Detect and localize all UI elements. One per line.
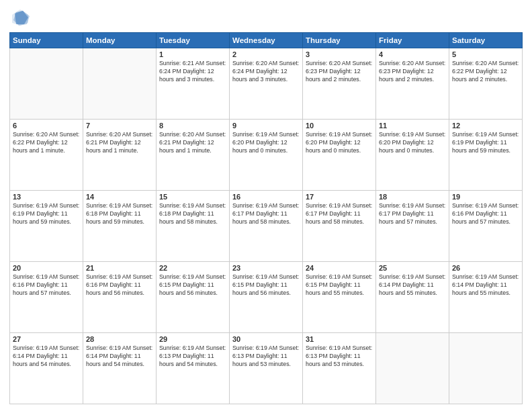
day-of-week-thursday: Thursday bbox=[303, 33, 376, 48]
calendar-cell: 14Sunrise: 6:19 AM Sunset: 6:18 PM Dayli… bbox=[83, 191, 157, 262]
calendar-cell: 7Sunrise: 6:20 AM Sunset: 6:21 PM Daylig… bbox=[83, 120, 157, 191]
day-number: 11 bbox=[379, 122, 446, 130]
day-number: 9 bbox=[232, 122, 300, 130]
calendar-cell: 16Sunrise: 6:19 AM Sunset: 6:17 PM Dayli… bbox=[230, 191, 303, 262]
calendar-cell bbox=[449, 333, 523, 404]
day-number: 30 bbox=[232, 335, 300, 343]
day-info: Sunrise: 6:19 AM Sunset: 6:14 PM Dayligh… bbox=[86, 345, 153, 369]
calendar-cell: 25Sunrise: 6:19 AM Sunset: 6:14 PM Dayli… bbox=[376, 262, 449, 333]
calendar-cell: 22Sunrise: 6:19 AM Sunset: 6:15 PM Dayli… bbox=[157, 262, 230, 333]
day-number: 22 bbox=[159, 264, 226, 272]
calendar-cell: 8Sunrise: 6:20 AM Sunset: 6:21 PM Daylig… bbox=[157, 120, 230, 191]
day-number: 2 bbox=[232, 50, 300, 58]
calendar-cell: 6Sunrise: 6:20 AM Sunset: 6:22 PM Daylig… bbox=[10, 120, 83, 191]
day-info: Sunrise: 6:20 AM Sunset: 6:23 PM Dayligh… bbox=[306, 60, 373, 84]
day-number: 1 bbox=[159, 50, 226, 58]
page: SundayMondayTuesdayWednesdayThursdayFrid… bbox=[0, 0, 532, 411]
calendar-cell: 28Sunrise: 6:19 AM Sunset: 6:14 PM Dayli… bbox=[83, 333, 157, 404]
calendar-cell: 30Sunrise: 6:19 AM Sunset: 6:13 PM Dayli… bbox=[230, 333, 303, 404]
day-info: Sunrise: 6:19 AM Sunset: 6:20 PM Dayligh… bbox=[379, 131, 446, 155]
calendar-header: SundayMondayTuesdayWednesdayThursdayFrid… bbox=[10, 33, 523, 48]
day-info: Sunrise: 6:20 AM Sunset: 6:24 PM Dayligh… bbox=[232, 60, 300, 84]
day-info: Sunrise: 6:19 AM Sunset: 6:18 PM Dayligh… bbox=[86, 202, 153, 226]
logo-icon bbox=[9, 7, 31, 28]
day-number: 15 bbox=[159, 193, 226, 201]
day-info: Sunrise: 6:19 AM Sunset: 6:20 PM Dayligh… bbox=[306, 131, 373, 155]
day-info: Sunrise: 6:19 AM Sunset: 6:18 PM Dayligh… bbox=[159, 202, 226, 226]
day-info: Sunrise: 6:20 AM Sunset: 6:21 PM Dayligh… bbox=[86, 131, 153, 155]
day-info: Sunrise: 6:19 AM Sunset: 6:13 PM Dayligh… bbox=[306, 345, 373, 369]
day-number: 13 bbox=[13, 193, 80, 201]
calendar-cell: 9Sunrise: 6:19 AM Sunset: 6:20 PM Daylig… bbox=[230, 120, 303, 191]
calendar-cell: 18Sunrise: 6:19 AM Sunset: 6:17 PM Dayli… bbox=[376, 191, 449, 262]
calendar-body: 1Sunrise: 6:21 AM Sunset: 6:24 PM Daylig… bbox=[10, 48, 523, 404]
day-number: 3 bbox=[306, 50, 373, 58]
day-number: 17 bbox=[306, 193, 373, 201]
day-of-week-tuesday: Tuesday bbox=[157, 33, 230, 48]
calendar-cell: 27Sunrise: 6:19 AM Sunset: 6:14 PM Dayli… bbox=[10, 333, 83, 404]
week-row-0: 1Sunrise: 6:21 AM Sunset: 6:24 PM Daylig… bbox=[10, 48, 523, 120]
day-info: Sunrise: 6:19 AM Sunset: 6:16 PM Dayligh… bbox=[86, 273, 153, 298]
day-info: Sunrise: 6:19 AM Sunset: 6:15 PM Dayligh… bbox=[306, 273, 373, 298]
day-info: Sunrise: 6:20 AM Sunset: 6:21 PM Dayligh… bbox=[159, 131, 226, 155]
day-number: 25 bbox=[379, 264, 446, 272]
calendar-cell: 24Sunrise: 6:19 AM Sunset: 6:15 PM Dayli… bbox=[303, 262, 376, 333]
day-number: 24 bbox=[306, 264, 373, 272]
day-info: Sunrise: 6:21 AM Sunset: 6:24 PM Dayligh… bbox=[159, 60, 226, 84]
day-info: Sunrise: 6:19 AM Sunset: 6:13 PM Dayligh… bbox=[159, 345, 226, 369]
calendar-table: SundayMondayTuesdayWednesdayThursdayFrid… bbox=[9, 32, 523, 404]
day-number: 21 bbox=[86, 264, 153, 272]
day-number: 26 bbox=[452, 264, 519, 272]
day-info: Sunrise: 6:19 AM Sunset: 6:14 PM Dayligh… bbox=[452, 273, 519, 298]
calendar-cell: 15Sunrise: 6:19 AM Sunset: 6:18 PM Dayli… bbox=[157, 191, 230, 262]
day-number: 18 bbox=[379, 193, 446, 201]
day-of-week-sunday: Sunday bbox=[10, 33, 83, 48]
day-info: Sunrise: 6:19 AM Sunset: 6:19 PM Dayligh… bbox=[452, 131, 519, 155]
calendar-cell: 31Sunrise: 6:19 AM Sunset: 6:13 PM Dayli… bbox=[303, 333, 376, 404]
day-info: Sunrise: 6:19 AM Sunset: 6:17 PM Dayligh… bbox=[379, 202, 446, 226]
day-number: 27 bbox=[13, 335, 80, 343]
day-number: 10 bbox=[306, 122, 373, 130]
day-number: 31 bbox=[306, 335, 373, 343]
day-info: Sunrise: 6:20 AM Sunset: 6:22 PM Dayligh… bbox=[452, 60, 519, 84]
day-info: Sunrise: 6:19 AM Sunset: 6:20 PM Dayligh… bbox=[232, 131, 300, 155]
calendar-cell: 10Sunrise: 6:19 AM Sunset: 6:20 PM Dayli… bbox=[303, 120, 376, 191]
calendar-cell: 1Sunrise: 6:21 AM Sunset: 6:24 PM Daylig… bbox=[157, 48, 230, 120]
calendar-cell: 19Sunrise: 6:19 AM Sunset: 6:16 PM Dayli… bbox=[449, 191, 523, 262]
calendar-cell: 21Sunrise: 6:19 AM Sunset: 6:16 PM Dayli… bbox=[83, 262, 157, 333]
day-info: Sunrise: 6:20 AM Sunset: 6:22 PM Dayligh… bbox=[13, 131, 80, 155]
day-number: 16 bbox=[232, 193, 300, 201]
calendar-cell bbox=[83, 48, 157, 120]
day-number: 8 bbox=[159, 122, 226, 130]
day-info: Sunrise: 6:19 AM Sunset: 6:14 PM Dayligh… bbox=[379, 273, 446, 298]
calendar-cell: 4Sunrise: 6:20 AM Sunset: 6:23 PM Daylig… bbox=[376, 48, 449, 120]
day-of-week-monday: Monday bbox=[83, 33, 157, 48]
day-number: 4 bbox=[379, 50, 446, 58]
day-info: Sunrise: 6:19 AM Sunset: 6:19 PM Dayligh… bbox=[13, 202, 80, 226]
calendar-cell: 3Sunrise: 6:20 AM Sunset: 6:23 PM Daylig… bbox=[303, 48, 376, 120]
calendar-cell: 5Sunrise: 6:20 AM Sunset: 6:22 PM Daylig… bbox=[449, 48, 523, 120]
day-info: Sunrise: 6:19 AM Sunset: 6:15 PM Dayligh… bbox=[159, 273, 226, 298]
week-row-4: 27Sunrise: 6:19 AM Sunset: 6:14 PM Dayli… bbox=[10, 333, 523, 404]
day-of-week-friday: Friday bbox=[376, 33, 449, 48]
day-number: 14 bbox=[86, 193, 153, 201]
logo bbox=[9, 7, 34, 28]
day-info: Sunrise: 6:19 AM Sunset: 6:15 PM Dayligh… bbox=[232, 273, 300, 298]
calendar-cell bbox=[376, 333, 449, 404]
days-of-week-row: SundayMondayTuesdayWednesdayThursdayFrid… bbox=[10, 33, 523, 48]
calendar-cell: 13Sunrise: 6:19 AM Sunset: 6:19 PM Dayli… bbox=[10, 191, 83, 262]
calendar-cell: 11Sunrise: 6:19 AM Sunset: 6:20 PM Dayli… bbox=[376, 120, 449, 191]
calendar-cell: 23Sunrise: 6:19 AM Sunset: 6:15 PM Dayli… bbox=[230, 262, 303, 333]
day-number: 29 bbox=[159, 335, 226, 343]
calendar-cell: 2Sunrise: 6:20 AM Sunset: 6:24 PM Daylig… bbox=[230, 48, 303, 120]
day-of-week-wednesday: Wednesday bbox=[230, 33, 303, 48]
day-number: 6 bbox=[13, 122, 80, 130]
week-row-3: 20Sunrise: 6:19 AM Sunset: 6:16 PM Dayli… bbox=[10, 262, 523, 333]
day-info: Sunrise: 6:19 AM Sunset: 6:16 PM Dayligh… bbox=[13, 273, 80, 298]
day-info: Sunrise: 6:19 AM Sunset: 6:17 PM Dayligh… bbox=[306, 202, 373, 226]
day-number: 12 bbox=[452, 122, 519, 130]
day-info: Sunrise: 6:19 AM Sunset: 6:16 PM Dayligh… bbox=[452, 202, 519, 226]
calendar-cell: 20Sunrise: 6:19 AM Sunset: 6:16 PM Dayli… bbox=[10, 262, 83, 333]
day-number: 23 bbox=[232, 264, 300, 272]
day-number: 5 bbox=[452, 50, 519, 58]
